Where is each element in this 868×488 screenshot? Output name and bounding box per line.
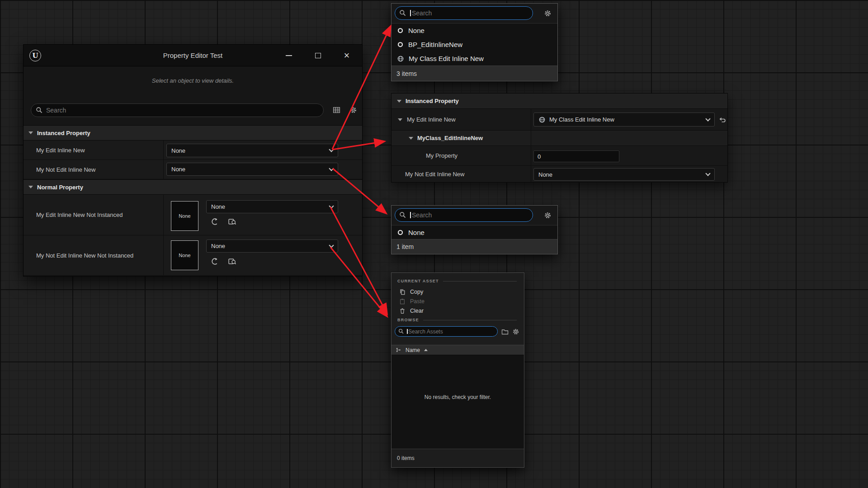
category-label: Instanced Property <box>37 130 90 136</box>
my-not-edit-inline-new-dropdown[interactable]: None <box>533 168 715 181</box>
subcategory-myclass-editinlinenew[interactable]: MyClass_EditInlineNew <box>392 131 727 146</box>
property-label: My Not Edit Inline New Not Instanced <box>24 252 133 259</box>
column-splitter[interactable] <box>163 141 164 179</box>
view-options-icon[interactable] <box>333 106 340 114</box>
search-icon <box>399 9 406 17</box>
asset-dropdown[interactable]: None <box>206 239 338 253</box>
property-label: My Edit Inline New <box>407 116 456 123</box>
window-controls: × <box>284 51 351 60</box>
asset-dropdown[interactable]: None <box>206 200 338 213</box>
title-bar[interactable]: U Property Editor Test × <box>24 45 362 66</box>
search-icon <box>36 107 43 114</box>
item-count-footer: 0 items <box>392 449 524 467</box>
expander-arrow-icon[interactable] <box>398 118 402 121</box>
category-normal-property[interactable]: Normal Property <box>24 179 362 195</box>
current-asset-heading: CURRENT ASSET <box>397 279 521 283</box>
text-caret <box>407 329 408 334</box>
clear-menu-item[interactable]: Clear <box>392 306 524 315</box>
close-icon: × <box>344 52 350 60</box>
my-not-edit-inline-new-dropdown[interactable]: None <box>166 163 338 176</box>
property-label: My Not Edit Inline New <box>24 166 96 173</box>
minimize-button[interactable] <box>284 51 293 60</box>
radio-circle-icon <box>397 41 404 48</box>
asset-thumbnail[interactable]: None <box>171 201 198 231</box>
text-caret <box>410 212 411 218</box>
search-icon <box>398 328 404 334</box>
use-selected-asset-icon[interactable] <box>211 257 219 266</box>
menu-item-label: Clear <box>410 308 424 314</box>
instanced-details-panel: Instanced Property My Edit Inline New My… <box>391 93 728 183</box>
browse-to-asset-icon[interactable] <box>228 217 236 226</box>
my-edit-inline-new-dropdown[interactable]: My Class Edit Inline New <box>533 113 715 127</box>
property-editor-test-window: U Property Editor Test × Select an objec… <box>23 44 363 277</box>
text-caret <box>410 10 411 16</box>
column-splitter[interactable] <box>163 195 164 276</box>
dropdown-value: None <box>211 243 225 249</box>
list-item-none[interactable]: None <box>392 23 557 38</box>
use-selected-asset-icon[interactable] <box>211 217 219 226</box>
browse-to-asset-icon[interactable] <box>228 257 236 266</box>
search-assets-input[interactable]: Search Assets <box>395 326 498 337</box>
dropdown-value: My Class Edit Inline New <box>549 116 614 123</box>
list-item-my-class-edit-inline-new[interactable]: My Class Edit Inline New <box>392 52 557 66</box>
trash-icon <box>399 308 406 314</box>
my-property-number-field[interactable]: 0 <box>533 150 619 162</box>
unreal-logo-icon: U <box>29 50 41 61</box>
collapse-arrow-icon[interactable] <box>397 100 401 103</box>
class-list: None <box>392 225 557 239</box>
property-label: My Property <box>392 152 458 159</box>
maximize-icon <box>315 53 321 58</box>
collapse-arrow-icon[interactable] <box>409 137 413 140</box>
chevron-down-icon <box>705 116 710 121</box>
search-input[interactable]: Search <box>31 103 324 117</box>
item-count-footer: 1 item <box>392 239 557 254</box>
settings-gear-icon[interactable] <box>512 328 519 335</box>
asset-thumbnail[interactable]: None <box>171 240 198 270</box>
chevron-down-icon <box>329 243 334 248</box>
class-picker-popup-large: Search None BP_EditInlineNew My Class Ed… <box>391 3 558 81</box>
settings-gear-icon[interactable] <box>349 106 357 114</box>
settings-gear-icon[interactable] <box>544 9 552 17</box>
category-instanced-property[interactable]: Instanced Property <box>392 94 727 109</box>
list-item-none[interactable]: None <box>392 225 557 239</box>
my-edit-inline-new-dropdown[interactable]: None <box>166 144 338 157</box>
class-sphere-icon <box>538 116 546 123</box>
property-label: My Edit Inline New <box>24 147 85 154</box>
category-label: Instanced Property <box>406 98 459 104</box>
list-item-bp-editinlinenew[interactable]: BP_EditInlineNew <box>392 38 557 52</box>
search-placeholder: Search <box>412 9 432 17</box>
maximize-button[interactable] <box>313 51 322 60</box>
asset-list-area[interactable]: No results, check your filter. <box>392 355 524 449</box>
sort-ascending-icon[interactable] <box>424 349 428 351</box>
hierarchy-icon[interactable] <box>396 347 401 353</box>
class-picker-popup-small: Search None 1 item <box>391 205 558 254</box>
column-splitter[interactable] <box>531 109 531 182</box>
thumbnail-label: None <box>179 253 190 258</box>
reset-to-default-icon[interactable] <box>718 116 726 123</box>
collapse-arrow-icon[interactable] <box>28 131 33 134</box>
folder-icon[interactable] <box>501 328 509 335</box>
category-label: Normal Property <box>37 184 83 191</box>
settings-gear-icon[interactable] <box>544 211 552 219</box>
class-search-input[interactable]: Search <box>395 208 533 222</box>
asset-picker-menu: CURRENT ASSET Copy Paste Clear BROWSE Se… <box>391 272 524 468</box>
property-label: My Edit Inline New Not Instanced <box>24 211 123 218</box>
category-instanced-property[interactable]: Instanced Property <box>24 125 362 141</box>
copy-menu-item[interactable]: Copy <box>392 287 524 296</box>
item-label: BP_EditInlineNew <box>408 41 462 48</box>
class-search-input[interactable]: Search <box>395 6 533 20</box>
search-placeholder: Search Assets <box>408 328 443 335</box>
name-column-header[interactable]: Name <box>406 347 420 353</box>
item-label: None <box>408 27 425 34</box>
class-list: None BP_EditInlineNew My Class Edit Inli… <box>392 23 557 66</box>
paste-menu-item[interactable]: Paste <box>392 296 524 306</box>
dropdown-value: None <box>171 166 185 173</box>
details-hint-text: Select an object to view details. <box>24 67 362 94</box>
menu-item-label: Paste <box>410 298 425 305</box>
close-button[interactable]: × <box>342 51 351 60</box>
collapse-arrow-icon[interactable] <box>28 186 33 188</box>
search-placeholder: Search <box>412 211 432 219</box>
paste-icon <box>399 298 406 305</box>
item-label: None <box>408 229 425 236</box>
search-icon <box>399 211 406 219</box>
